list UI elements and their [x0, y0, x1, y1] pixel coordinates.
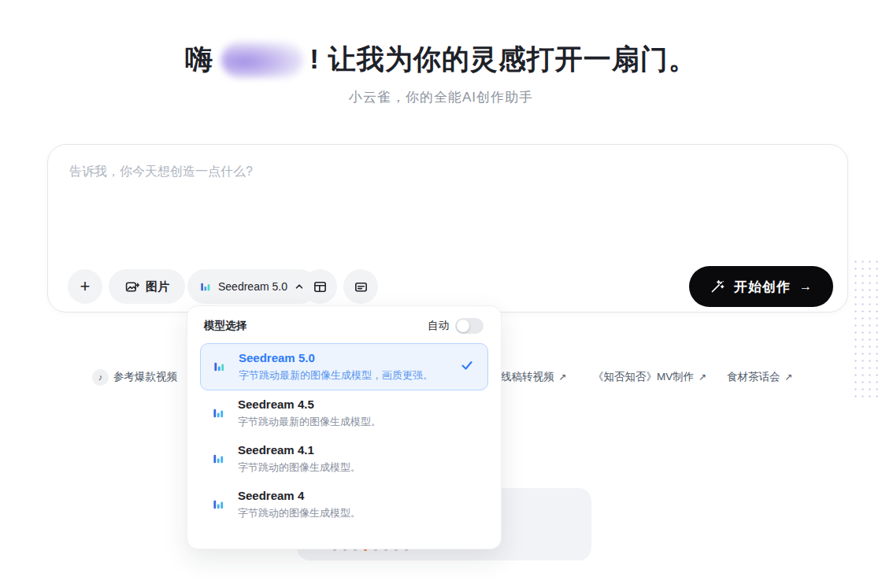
plus-icon: +: [80, 278, 91, 295]
hero-section: 嗨! 让我为你的灵感打开一扇门。 小云雀，你的全能AI创作助手: [0, 38, 882, 106]
suggestion-mv-production[interactable]: 《知否知否》MV制作 ↗: [593, 368, 706, 386]
magic-wand-icon: [710, 279, 725, 294]
model-item-seedream-4[interactable]: Seedream 4 字节跳动的图像生成模型。: [187, 482, 501, 527]
model-desc: 字节跳动的图像生成模型。: [238, 460, 361, 475]
model-item-seedream-5-0[interactable]: Seedream 5.0 字节跳动最新的图像生成模型，画质更强。: [200, 343, 488, 390]
model-name: Seedream 4.1: [238, 443, 361, 457]
suggestion-sketch-to-video[interactable]: 线稿转视频 ↗: [501, 368, 567, 386]
suggestion-reference-video[interactable]: ♪ 参考爆款视频: [92, 368, 177, 386]
external-link-icon: ↗: [559, 372, 567, 383]
model-name: Seedream 4: [238, 489, 361, 502]
layout-frame-icon: [313, 279, 328, 294]
dot-pattern-decor: [852, 258, 882, 401]
model-name: Seedream 4.5: [238, 398, 381, 411]
external-link-icon: ↗: [785, 372, 793, 383]
music-note-icon: ♪: [92, 369, 109, 386]
model-dropdown-header: 模型选择 自动: [187, 306, 501, 342]
image-mode-label: 图片: [146, 279, 169, 294]
banner-lines-icon: [354, 279, 369, 294]
model-bars-icon: [213, 361, 226, 373]
suggestion-label: 线稿转视频: [501, 370, 554, 384]
greeting-suffix: ! 让我为你的灵感打开一扇门。: [309, 43, 696, 74]
auto-toggle-group: 自动: [428, 318, 484, 334]
model-bars-icon: [213, 407, 225, 420]
model-name: Seedream 5.0: [239, 351, 433, 364]
toggle-knob: [457, 320, 469, 332]
suggestion-label: 食材茶话会: [727, 370, 780, 384]
model-desc: 字节跳动最新的图像生成模型。: [238, 415, 381, 429]
prompt-composer-card: + 图片 Seedream 5.0: [47, 144, 848, 312]
model-bars-icon: [213, 498, 225, 511]
image-mode-button[interactable]: 图片: [109, 269, 185, 304]
model-desc: 字节跳动最新的图像生成模型，画质更强。: [239, 368, 433, 383]
arrow-right-icon: →: [799, 279, 813, 294]
model-bars-icon: [200, 281, 212, 293]
external-link-icon: ↗: [699, 372, 706, 383]
model-select-button[interactable]: Seedream 5.0: [187, 269, 317, 304]
caption-card-button[interactable]: [343, 269, 378, 304]
suggestion-food-tea-party[interactable]: 食材茶话会 ↗: [727, 368, 793, 386]
page-subtitle: 小云雀，你的全能AI创作助手: [0, 88, 882, 106]
model-dropdown-title: 模型选择: [204, 319, 246, 333]
auto-label: 自动: [428, 319, 449, 333]
image-plus-icon: [124, 279, 139, 294]
model-item-seedream-4-5[interactable]: Seedream 4.5 字节跳动最新的图像生成模型。: [187, 390, 501, 436]
suggestion-label: 《知否知否》MV制作: [593, 370, 694, 384]
auto-toggle[interactable]: [455, 318, 484, 334]
blurred-username: [221, 42, 303, 78]
suggestion-label: 参考爆款视频: [113, 370, 177, 384]
check-icon: [459, 357, 475, 376]
prompt-input[interactable]: [68, 162, 780, 213]
model-desc: 字节跳动的图像生成模型。: [238, 506, 361, 520]
start-create-label: 开始创作: [734, 278, 791, 296]
aspect-ratio-button[interactable]: [302, 269, 337, 304]
add-attachment-button[interactable]: +: [68, 269, 102, 304]
model-bars-icon: [213, 453, 225, 465]
model-select-label: Seedream 5.0: [218, 280, 287, 293]
app-canvas: 嗨! 让我为你的灵感打开一扇门。 小云雀，你的全能AI创作助手 + 图片: [0, 0, 882, 588]
start-create-button[interactable]: 开始创作 →: [689, 266, 833, 307]
greeting-prefix: 嗨: [185, 43, 213, 74]
model-dropdown-panel: 模型选择 自动 Seedream 5.0 字节跳动最新的图像生成模型，画质更强。: [187, 305, 502, 549]
page-title: 嗨! 让我为你的灵感打开一扇门。: [0, 38, 882, 80]
model-item-seedream-4-1[interactable]: Seedream 4.1 字节跳动的图像生成模型。: [187, 436, 501, 482]
